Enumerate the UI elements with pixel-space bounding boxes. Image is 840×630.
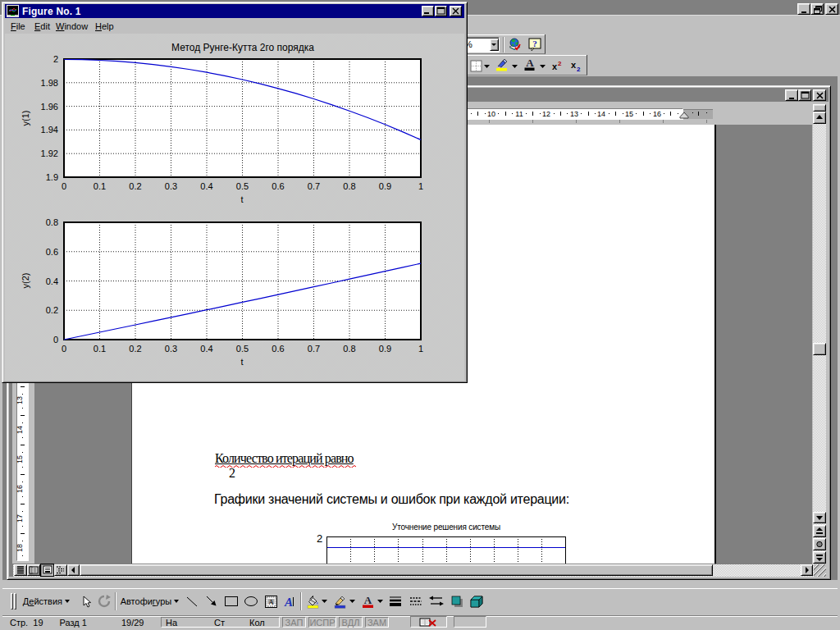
svg-text:x: x xyxy=(571,60,577,70)
svg-text:0.4: 0.4 xyxy=(200,181,212,191)
svg-text:1: 1 xyxy=(418,344,423,354)
svg-text:0.8: 0.8 xyxy=(46,217,58,227)
svg-text:0.1: 0.1 xyxy=(94,181,106,191)
svg-text:0.5: 0.5 xyxy=(236,181,249,191)
svg-text:2: 2 xyxy=(558,60,562,67)
svg-text:0.7: 0.7 xyxy=(308,181,320,191)
svg-text:0.2: 0.2 xyxy=(129,181,141,191)
svg-text:t: t xyxy=(240,194,243,204)
svg-text:1.96: 1.96 xyxy=(41,102,58,112)
svg-text:y(1): y(1) xyxy=(21,111,30,126)
svg-text:0.8: 0.8 xyxy=(343,344,355,354)
svg-text:Метод Рунге-Кутта 2го порядка: Метод Рунге-Кутта 2го порядка xyxy=(171,42,314,53)
svg-text:0.6: 0.6 xyxy=(46,247,58,257)
svg-text:y(2): y(2) xyxy=(21,273,30,289)
svg-text:A: A xyxy=(526,57,534,69)
svg-text:1.98: 1.98 xyxy=(41,78,58,88)
svg-text:0: 0 xyxy=(62,181,66,191)
svg-text:0.3: 0.3 xyxy=(165,344,177,354)
svg-text:0.6: 0.6 xyxy=(272,181,284,191)
svg-text:0.3: 0.3 xyxy=(165,181,177,191)
svg-text:1.94: 1.94 xyxy=(41,125,58,135)
svg-text:1.9: 1.9 xyxy=(46,172,58,182)
svg-text:0: 0 xyxy=(53,335,58,345)
svg-text:0: 0 xyxy=(62,344,66,354)
svg-text:0.8: 0.8 xyxy=(343,181,355,191)
svg-text:0.7: 0.7 xyxy=(308,344,320,354)
svg-text:A: A xyxy=(268,598,274,606)
svg-text:0.9: 0.9 xyxy=(379,344,391,354)
svg-text:0.4: 0.4 xyxy=(46,276,58,286)
svg-text:2: 2 xyxy=(577,66,581,72)
svg-text:x: x xyxy=(552,62,558,71)
svg-text:?: ? xyxy=(532,39,537,48)
svg-text:A: A xyxy=(284,596,293,609)
svg-text:0.9: 0.9 xyxy=(379,181,391,191)
svg-text:0.4: 0.4 xyxy=(200,344,212,354)
svg-text:1: 1 xyxy=(418,181,423,191)
svg-text:0.2: 0.2 xyxy=(46,305,58,315)
svg-text:2: 2 xyxy=(53,54,58,64)
svg-text:A: A xyxy=(363,595,372,606)
svg-text:0.2: 0.2 xyxy=(129,344,141,354)
svg-text:0.6: 0.6 xyxy=(272,344,284,354)
svg-text:1.92: 1.92 xyxy=(41,148,58,158)
svg-text:0.5: 0.5 xyxy=(236,344,249,354)
svg-text:0.1: 0.1 xyxy=(94,344,106,354)
svg-text:t: t xyxy=(240,357,243,367)
